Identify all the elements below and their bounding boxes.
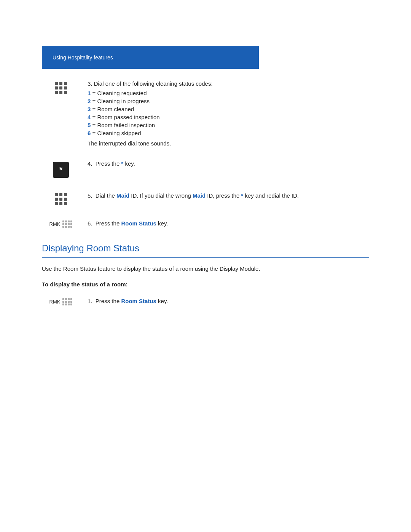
display-step-1-text-before: Press the [96,298,121,304]
step-5-maid2: Maid [193,192,206,199]
rmk-dot [65,220,67,222]
step-5-maid1: Maid [116,192,129,199]
keypad-dot [64,86,67,89]
step-3-number: 3. [88,80,92,87]
code-item-4: 4 = Room passed inspection [88,114,369,120]
step-6-number: 6. [88,220,94,227]
code-desc-6: = Cleaning skipped [92,130,141,136]
step-4-number: 4. [88,160,94,167]
rmk-dot [70,226,72,228]
rmk-row-display: RMK [49,298,73,305]
rmk-dot [62,304,64,305]
rmk-dot [70,298,72,300]
displaying-section-heading: Displaying Room Status [42,243,369,254]
keypad-dot [55,193,58,196]
keypad-dot [59,91,62,94]
keypad-dot [55,82,58,85]
step-4-text-after: key. [123,160,135,167]
keypad-dot [55,198,58,201]
display-step-1-row: RMK [42,297,369,305]
tone-text: The interrupted dial tone sounds. [88,140,369,147]
code-num-3: 3 [88,106,91,112]
displaying-section-desc: Use the Room Status feature to display t… [42,265,308,273]
rmk-dot [65,298,67,300]
codes-list: 1 = Cleaning requested 2 = Cleaning in p… [88,90,369,136]
section-divider [42,257,369,258]
step-5-number: 5. [88,192,94,199]
rmk-dot [62,226,64,228]
code-desc-2: = Cleaning in progress [92,98,150,104]
step-5-text1: Dial the [96,192,116,199]
step-6-text-after: key. [156,220,168,227]
rmk-row-step6: RMK [49,220,73,228]
rmk-dot [65,301,67,303]
rmk-dot [68,304,70,305]
step-3-intro: 3. Dial one of the following cleaning st… [88,80,369,87]
rmk-dot [70,301,72,303]
step-3-row: 3. Dial one of the following cleaning st… [42,80,369,147]
star-key-icon: * [53,162,69,178]
keypad-dot [55,91,58,94]
rmk-dot [70,223,72,225]
step-5-text3: ID, press the [206,192,241,199]
rmk-dot [65,223,67,225]
keypad-dot [55,86,58,89]
step-3-text: 3. Dial one of the following cleaning st… [80,80,369,147]
keypad-icon-step3 [55,82,67,94]
keypad-dot [64,202,67,205]
subsection-heading: To display the status of a room: [42,281,369,288]
code-item-5: 5 = Room failed inspection [88,122,369,128]
rmk-dot [62,301,64,303]
keypad-dot [64,193,67,196]
rmk-dot [65,304,67,305]
rmk-label-display: RMK [49,299,61,305]
step-4-row: * 4. Press the * key. [42,160,369,178]
code-num-2: 2 [88,98,91,104]
code-item-2: 2 = Cleaning in progress [88,98,369,104]
code-num-6: 6 [88,130,91,136]
step-4-text-before: Press the [96,160,121,167]
page-container: Using Hospitality features [0,46,411,532]
rmk-dot [65,226,67,228]
rmk-label-step6: RMK [49,221,61,227]
code-item-3: 3 = Room cleaned [88,106,369,112]
header-banner-text: Using Hospitality features [53,54,113,61]
display-step-1-text-after: key. [156,298,168,304]
step-4-icon-cell: * [42,160,80,178]
step-6-row: RMK [42,219,369,228]
step-3-dial-intro: Dial one of the following cleaning statu… [94,80,213,87]
code-desc-5: = Room failed inspection [92,122,155,128]
code-item-6: 6 = Cleaning skipped [88,130,369,136]
rmk-dot [70,304,72,305]
rmk-dot [68,226,70,228]
step-5-row: 5. Dial the Maid ID. If you dial the wro… [42,192,369,205]
keypad-dot [59,202,62,205]
display-step-1-number: 1. [88,298,94,304]
code-num-4: 4 [88,114,91,120]
step-3-icon-cell [42,80,80,94]
keypad-dot [64,82,67,85]
main-content: 3. Dial one of the following cleaning st… [0,80,411,305]
rmk-dot [68,301,70,303]
step-5-text: 5. Dial the Maid ID. If you dial the wro… [80,192,369,200]
keypad-dot [55,202,58,205]
keypad-dot [59,193,62,196]
code-item-1: 1 = Cleaning requested [88,90,369,96]
code-num-5: 5 [88,122,91,128]
step-5-text4: key and redial the ID. [243,192,299,199]
display-step-1-text: 1. Press the Room Status key. [80,298,369,304]
step-6-text: 6. Press the Room Status key. [80,220,369,227]
step-6-room-status: Room Status [121,220,156,227]
code-desc-4: = Room passed inspection [92,114,160,120]
rmk-icon-display [62,298,72,305]
display-step-1-icon-cell: RMK [42,297,80,305]
rmk-dot [62,298,64,300]
rmk-icon-step6 [62,220,72,228]
rmk-dot [62,223,64,225]
step-5-icon-cell [42,192,80,205]
rmk-dot [70,220,72,222]
rmk-dot [62,220,64,222]
step-6-icon-cell: RMK [42,219,80,228]
display-step-1-room-status: Room Status [121,298,156,304]
code-num-1: 1 [88,90,91,96]
